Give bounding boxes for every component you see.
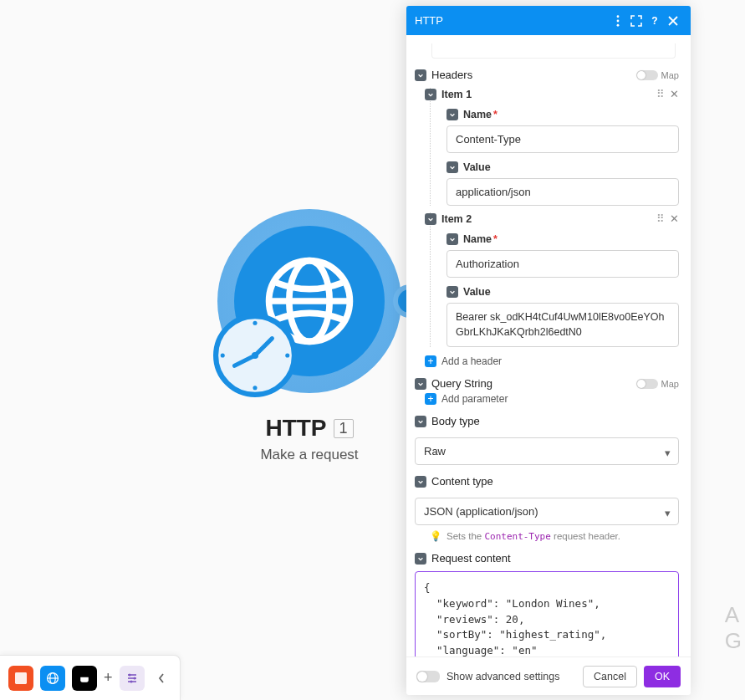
request-content-textarea[interactable]: { "keyword": "London Wines", "reviews": …: [415, 571, 679, 657]
svg-point-10: [221, 353, 225, 357]
ok-button[interactable]: OK: [644, 666, 681, 687]
node-title: HTTP: [265, 415, 326, 442]
node-circle: [217, 209, 401, 393]
add-header-button[interactable]: + Add a header: [425, 355, 679, 367]
svg-point-9: [253, 386, 257, 390]
content-type-select[interactable]: [415, 498, 679, 525]
toolbar-app-3[interactable]: [72, 666, 97, 691]
header-name-input[interactable]: [446, 250, 679, 278]
svg-point-8: [285, 353, 289, 357]
clock-icon: [212, 313, 298, 398]
body-type-select[interactable]: [415, 437, 679, 465]
svg-point-20: [130, 680, 132, 682]
panel-expand-button[interactable]: [627, 12, 645, 30]
collapse-icon[interactable]: [446, 161, 458, 173]
panel-menu-button[interactable]: [609, 12, 627, 30]
panel-close-button[interactable]: [664, 12, 682, 30]
collapse-icon[interactable]: [446, 233, 458, 245]
body-type-section: Body type ▾: [415, 415, 679, 465]
remove-item-button[interactable]: ✕: [670, 88, 679, 100]
header-item-1: Item 1 ⠿ ✕ Name*: [430, 88, 679, 206]
header-item-2: Item 2 ⠿ ✕ Name*: [430, 212, 679, 347]
body-type-label: Body type: [431, 415, 679, 427]
caret-down-icon: ▾: [665, 507, 671, 519]
headers-label: Headers: [431, 69, 631, 81]
plus-icon: +: [425, 393, 436, 405]
collapse-icon[interactable]: [415, 553, 426, 565]
svg-point-23: [617, 23, 620, 26]
add-parameter-button[interactable]: + Add parameter: [425, 393, 679, 405]
headers-section: Headers Map Item 1 ⠿ ✕: [415, 69, 679, 367]
item-title: Item 1: [441, 89, 651, 100]
node-index-badge: 1: [334, 419, 354, 438]
svg-point-22: [617, 19, 620, 22]
config-panel: HTTP ? Headers Map Item 1: [406, 6, 691, 695]
query-map-toggle[interactable]: Map: [636, 379, 679, 389]
chevron-left-icon: [157, 672, 166, 684]
node-subtitle: Make a request: [209, 447, 410, 463]
collapse-icon[interactable]: [415, 416, 426, 427]
drag-handle-icon[interactable]: ⠿: [656, 212, 665, 225]
collapse-icon[interactable]: [425, 213, 436, 225]
toolbar-app-1[interactable]: [8, 666, 33, 691]
name-label: Name*: [463, 233, 498, 245]
header-value-input[interactable]: [446, 178, 679, 206]
request-content-section: Request content { "keyword": "London Win…: [415, 552, 679, 657]
previous-field-edge: [431, 43, 676, 59]
caret-down-icon: ▾: [665, 447, 671, 459]
svg-point-21: [617, 15, 620, 18]
svg-point-19: [133, 677, 135, 679]
toolbar-collapse-button[interactable]: [151, 672, 171, 684]
cropped-text: AG: [725, 602, 742, 654]
collapse-icon[interactable]: [446, 286, 458, 298]
panel-body[interactable]: Headers Map Item 1 ⠿ ✕: [406, 35, 691, 657]
name-label: Name*: [463, 109, 498, 120]
plus-icon: +: [425, 355, 436, 367]
cancel-button[interactable]: Cancel: [583, 666, 637, 687]
svg-rect-11: [15, 672, 27, 684]
headers-map-toggle[interactable]: Map: [636, 70, 679, 80]
panel-header: HTTP ?: [406, 6, 691, 35]
http-node[interactable]: HTTP 1 Make a request: [209, 209, 410, 463]
header-value-input[interactable]: Bearer sk_odKH4tCuf4UwM10lE8vo0EeYOhGbrL…: [446, 303, 679, 347]
lightbulb-icon: 💡: [430, 530, 441, 542]
drag-handle-icon[interactable]: ⠿: [656, 88, 665, 100]
collapse-icon[interactable]: [415, 69, 426, 81]
content-type-label: Content type: [431, 475, 679, 488]
value-label: Value: [463, 286, 491, 298]
collapse-icon[interactable]: [415, 378, 426, 390]
svg-point-7: [253, 321, 257, 325]
collapse-icon[interactable]: [446, 109, 458, 120]
content-type-hint: 💡 Sets the Content-Type request header.: [430, 530, 679, 542]
svg-text:?: ?: [651, 15, 657, 27]
value-label: Value: [463, 161, 491, 173]
request-content-label: Request content: [431, 552, 679, 565]
bottom-toolbar: +: [0, 655, 181, 700]
canvas[interactable]: HTTP 1 Make a request AG + HTTP ?: [0, 0, 745, 700]
toolbar-http-icon[interactable]: [40, 666, 65, 691]
panel-footer: Show advanced settings Cancel OK: [406, 657, 691, 695]
query-label: Query String: [431, 377, 631, 390]
panel-help-button[interactable]: ?: [645, 12, 664, 30]
header-name-input[interactable]: [446, 125, 679, 153]
item-title: Item 2: [441, 213, 651, 225]
toolbar-add-button[interactable]: +: [104, 669, 113, 687]
query-string-section: Query String Map + Add parameter: [415, 377, 679, 405]
panel-title: HTTP: [415, 14, 609, 27]
remove-item-button[interactable]: ✕: [670, 212, 679, 225]
content-type-section: Content type ▾ 💡 Sets the Content-Type r…: [415, 475, 679, 542]
toolbar-flow-icon[interactable]: [120, 666, 145, 691]
collapse-icon[interactable]: [425, 89, 436, 100]
advanced-settings-toggle[interactable]: Show advanced settings: [416, 671, 576, 682]
svg-point-18: [128, 673, 130, 676]
collapse-icon[interactable]: [415, 476, 426, 488]
